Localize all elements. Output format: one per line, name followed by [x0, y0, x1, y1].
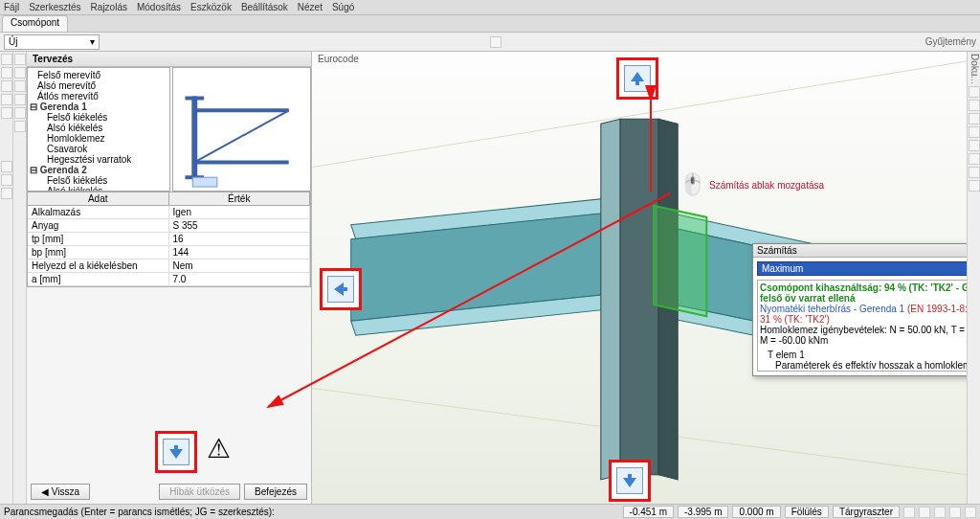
- svg-marker-23: [169, 445, 183, 459]
- tool-icon[interactable]: [1, 54, 12, 65]
- calculation-window[interactable]: Számítás Maximum ▾ Csomópont kihasználts…: [752, 243, 967, 376]
- calc-combo[interactable]: Maximum ▾: [757, 261, 967, 276]
- doku-label[interactable]: Doku...: [968, 54, 980, 84]
- tree-item[interactable]: Felső merevítő: [30, 70, 167, 80]
- property-grid-header: Adat Érték: [27, 192, 311, 206]
- calc-window-title[interactable]: Számítás: [753, 244, 967, 258]
- tool-icon[interactable]: [14, 107, 26, 119]
- grid-cell: Helyezd el a kiékelésben: [28, 260, 169, 272]
- tree-item[interactable]: Átlós merevítő: [30, 91, 167, 102]
- warning-icon: ⚠: [207, 433, 231, 464]
- move-down-box-2[interactable]: [609, 460, 651, 502]
- svg-rect-4: [185, 97, 204, 101]
- status-icon[interactable]: [919, 507, 930, 518]
- grid-cell: tp [mm]: [28, 233, 169, 245]
- menu-item[interactable]: Rajzolás: [91, 2, 127, 12]
- tree-item[interactable]: Hegesztési varratok: [30, 154, 167, 165]
- snap-mode[interactable]: Fölülés: [785, 506, 829, 518]
- svg-marker-18: [654, 206, 706, 316]
- tree-item[interactable]: Homloklemez: [30, 133, 167, 144]
- object-grid[interactable]: Tárgyraszter: [833, 506, 900, 518]
- grid-cell: 144: [169, 246, 311, 259]
- grid-cell: 16: [169, 233, 311, 245]
- tool-icon[interactable]: [1, 107, 12, 119]
- tool-icon[interactable]: [969, 113, 980, 124]
- new-dropdown[interactable]: Új ▾: [4, 34, 100, 50]
- menu-item[interactable]: Nézet: [298, 2, 323, 12]
- mouse-icon: 🖱️: [679, 172, 705, 197]
- tree-item[interactable]: ⊟ Gerenda 2: [30, 165, 167, 175]
- tool-icon[interactable]: [1, 80, 12, 92]
- grid-row[interactable]: bp [mm]144: [28, 246, 310, 260]
- arrow-down-icon: [616, 467, 643, 494]
- tool-icon[interactable]: [969, 126, 980, 138]
- menu-item[interactable]: Eszközök: [190, 2, 232, 12]
- errors-button[interactable]: Hibák ütközés: [159, 484, 240, 500]
- tree-item[interactable]: Alsó merevítő: [30, 80, 167, 91]
- tab-csomopont[interactable]: Csomópont: [2, 15, 68, 32]
- tool-icon[interactable]: [14, 54, 26, 65]
- tool-icon[interactable]: [969, 140, 980, 151]
- menu-item[interactable]: Szerkesztés: [29, 2, 80, 12]
- tool-icon[interactable]: [969, 86, 980, 98]
- tool-icon[interactable]: [1, 94, 12, 105]
- move-down-box[interactable]: [155, 431, 197, 473]
- command-prompt: Parancsmegadás (Enter = parancs ismétlés…: [4, 507, 275, 517]
- tool-icon[interactable]: [969, 153, 980, 165]
- tool-icon[interactable]: [1, 174, 12, 186]
- grid-cell: Anyag: [28, 219, 169, 232]
- calc-line: m = 40 mm, e = 31 mm, m₂ = 161 mm, p = 7…: [760, 371, 967, 372]
- calc-line: Homloklemez igénybevételek: N = 50.00 kN…: [760, 325, 967, 346]
- svg-marker-20: [334, 282, 347, 296]
- tool-icon[interactable]: [14, 80, 26, 92]
- move-up-box[interactable]: [616, 57, 658, 100]
- toolbar-icon[interactable]: [490, 36, 501, 48]
- grid-cell: Alkalmazás: [28, 206, 169, 218]
- menu-item[interactable]: Beállítások: [241, 2, 288, 12]
- menu-item[interactable]: Súgó: [332, 2, 354, 12]
- preview-2d: [172, 67, 311, 192]
- svg-marker-16: [601, 119, 620, 480]
- move-left-box[interactable]: [320, 268, 362, 310]
- tool-icon[interactable]: [969, 100, 980, 111]
- tree-item[interactable]: Felső kiékelés: [30, 175, 167, 186]
- tool-icon[interactable]: [14, 67, 26, 79]
- grid-row[interactable]: tp [mm]16: [28, 233, 310, 246]
- status-bar: Parancsmegadás (Enter = parancs ismétlés…: [0, 504, 980, 519]
- right-toolbar: Doku...: [967, 52, 980, 504]
- arrow-up-icon: [624, 65, 651, 92]
- calc-results[interactable]: Csomópont kihasználtság: 94 % (TK: 'TK2'…: [757, 280, 967, 372]
- back-button[interactable]: ◀ Vissza: [31, 484, 90, 500]
- menu-item[interactable]: Fájl: [4, 2, 19, 12]
- grid-row[interactable]: Helyezd el a kiékelésbenNem: [28, 260, 310, 273]
- annotation-text: Számítás ablak mozgatása: [709, 180, 824, 191]
- grid-cell: Igen: [169, 206, 311, 218]
- tool-icon[interactable]: [1, 188, 12, 199]
- grid-row[interactable]: AlkalmazásIgen: [28, 206, 310, 219]
- grid-cell: S 355: [169, 219, 311, 232]
- property-grid[interactable]: AlkalmazásIgenAnyagS 355tp [mm]16bp [mm]…: [27, 206, 311, 287]
- tool-icon[interactable]: [1, 161, 12, 172]
- viewport-3d[interactable]: Eurocode: [312, 52, 967, 504]
- tree-item[interactable]: Alsó kiékelés: [30, 123, 167, 133]
- tool-icon[interactable]: [969, 180, 980, 192]
- status-icon[interactable]: [903, 507, 915, 518]
- finish-button[interactable]: Befejezés: [244, 484, 307, 500]
- grid-cell: a [mm]: [28, 273, 169, 285]
- status-icon[interactable]: [965, 507, 976, 518]
- design-tree[interactable]: Felső merevítőAlsó merevítőÁtlós merevít…: [27, 67, 170, 192]
- grid-row[interactable]: AnyagS 355: [28, 219, 310, 233]
- status-icon[interactable]: [949, 507, 961, 518]
- tree-item[interactable]: ⊟ Gerenda 1: [30, 102, 167, 112]
- grid-row[interactable]: a [mm]7.0: [28, 273, 310, 286]
- tool-icon[interactable]: [14, 94, 26, 105]
- menu-item[interactable]: Módosítás: [137, 2, 181, 12]
- coord-y: -3.995 m: [678, 506, 728, 518]
- tool-icon[interactable]: [14, 121, 26, 132]
- tree-item[interactable]: Felső kiékelés: [30, 112, 167, 123]
- status-icon[interactable]: [934, 507, 946, 518]
- svg-marker-19: [631, 72, 644, 85]
- tool-icon[interactable]: [1, 67, 12, 79]
- tool-icon[interactable]: [969, 167, 980, 178]
- tree-item[interactable]: Csavarok: [30, 144, 167, 154]
